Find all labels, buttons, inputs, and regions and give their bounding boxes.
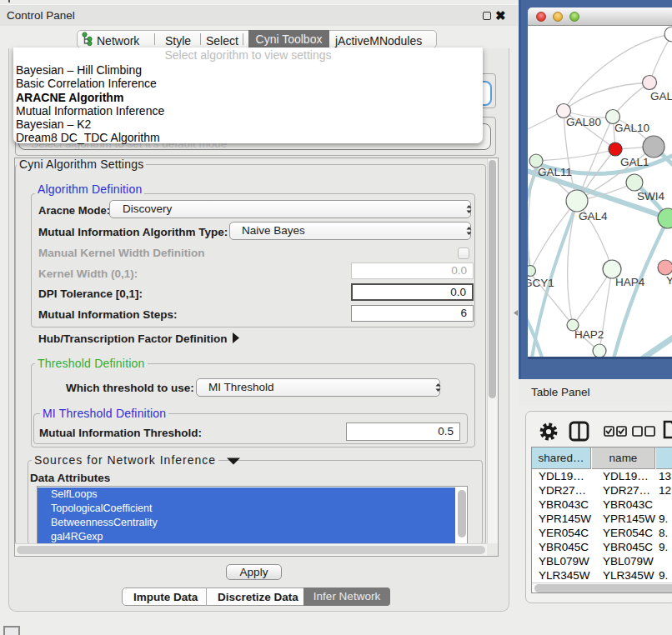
svg-text:GAL1: GAL1 [620,156,649,168]
svg-text:SWI4: SWI4 [637,190,664,202]
svg-text:GCY1: GCY1 [528,277,554,289]
svg-text:GAL11: GAL11 [538,166,572,178]
svg-text:HAP2: HAP2 [574,328,604,341]
svg-text:HAP4: HAP4 [615,276,645,288]
svg-text:GAL80: GAL80 [566,116,601,128]
svg-text:GAL4: GAL4 [579,210,608,222]
svg-text:GAL2: GAL2 [650,90,672,102]
svg-text:YEL0: YEL0 [666,274,672,287]
svg-text:GAL10: GAL10 [614,122,649,134]
